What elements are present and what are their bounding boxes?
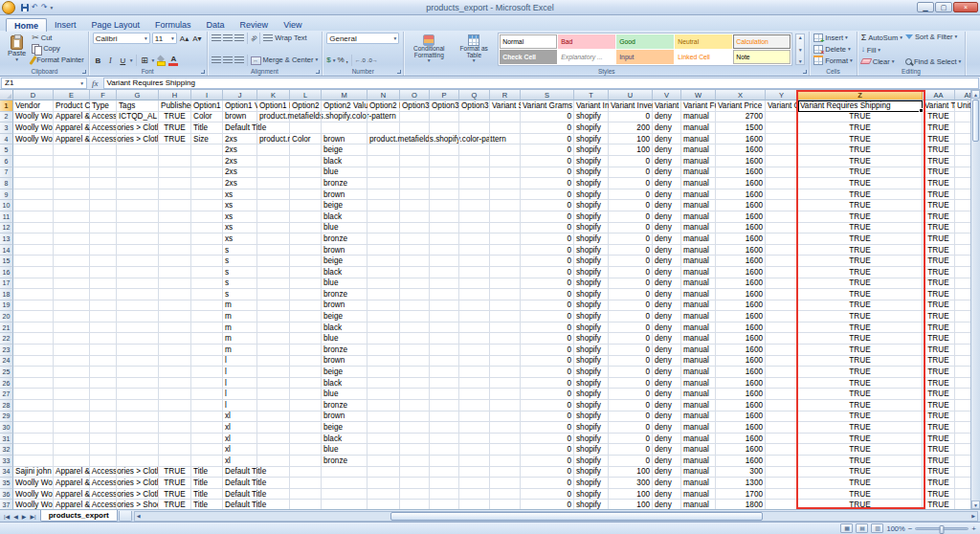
row-header-11[interactable]: 11 xyxy=(0,211,13,223)
cell-V24[interactable]: deny xyxy=(653,356,681,367)
cell-X37[interactable]: 1800 xyxy=(716,500,766,509)
cell-P24[interactable] xyxy=(430,356,459,367)
cell-H30[interactable] xyxy=(159,422,191,434)
cell-AA10[interactable]: TRUE xyxy=(923,200,955,211)
row-header-25[interactable]: 25 xyxy=(0,367,13,378)
percent-style-icon[interactable]: % xyxy=(337,56,344,64)
cell-P30[interactable] xyxy=(430,422,459,434)
cell-K25[interactable] xyxy=(257,367,290,378)
cell-H37[interactable]: TRUE xyxy=(159,500,191,509)
scroll-up-icon[interactable]: ▲ xyxy=(971,90,980,99)
cell-U24[interactable]: 0 xyxy=(609,356,653,367)
cell-F35[interactable] xyxy=(90,478,117,489)
cell-F10[interactable] xyxy=(90,200,117,211)
cell-T16[interactable]: shopify xyxy=(574,267,609,278)
prev-sheet-icon[interactable]: ◀ xyxy=(11,513,20,520)
cell-R28[interactable] xyxy=(490,400,521,412)
cell-X27[interactable]: 1600 xyxy=(716,389,766,400)
cell-Q34[interactable] xyxy=(459,467,490,478)
formula-input[interactable]: Variant Requires Shipping xyxy=(103,78,980,89)
cell-P31[interactable] xyxy=(430,434,459,445)
row-header-27[interactable]: 27 xyxy=(0,389,13,400)
row-header-35[interactable]: 35 xyxy=(0,478,13,489)
cell-H19[interactable] xyxy=(159,300,191,312)
cell-V29[interactable]: deny xyxy=(653,412,681,423)
cell-D28[interactable] xyxy=(13,400,54,412)
cell-S28[interactable]: 0 xyxy=(521,400,574,412)
cell-W26[interactable]: manual xyxy=(681,378,716,389)
cell-W1[interactable]: Variant Fulfillment Service xyxy=(681,100,716,112)
align-center-icon[interactable] xyxy=(223,56,233,64)
cell-D17[interactable] xyxy=(13,278,54,290)
cell-X12[interactable]: 1600 xyxy=(716,223,766,234)
cell-U6[interactable]: 0 xyxy=(609,156,653,167)
cell-R27[interactable] xyxy=(490,389,521,400)
cell-F37[interactable] xyxy=(90,500,117,509)
cell-N13[interactable] xyxy=(368,234,400,245)
cell-S30[interactable]: 0 xyxy=(521,422,574,434)
cell-Q6[interactable] xyxy=(459,156,490,167)
zoom-slider[interactable] xyxy=(915,527,969,530)
cell-N6[interactable] xyxy=(368,156,400,167)
cell-P19[interactable] xyxy=(430,300,459,312)
cell-S5[interactable]: 0 xyxy=(521,145,574,156)
cell-U14[interactable]: 0 xyxy=(609,245,653,256)
cell-V13[interactable]: deny xyxy=(653,234,681,245)
cell-O14[interactable] xyxy=(400,245,430,256)
column-header-O[interactable]: O xyxy=(400,90,430,100)
cell-N24[interactable] xyxy=(368,356,400,367)
cell-H20[interactable] xyxy=(159,311,191,323)
cell-X6[interactable]: 1600 xyxy=(716,156,766,167)
cell-S15[interactable]: 0 xyxy=(521,256,574,267)
cell-E28[interactable] xyxy=(54,400,90,412)
format-cells-button[interactable]: Format▾ xyxy=(813,56,853,65)
cell-R36[interactable] xyxy=(490,489,521,501)
cell-J1[interactable]: Option1 Value xyxy=(223,100,257,112)
cell-S16[interactable]: 0 xyxy=(521,267,574,278)
cell-D19[interactable] xyxy=(13,300,54,312)
cell-Z23[interactable]: TRUE xyxy=(798,345,923,356)
cell-W22[interactable]: manual xyxy=(681,333,716,345)
cell-K13[interactable] xyxy=(257,234,290,245)
cell-H25[interactable] xyxy=(159,367,191,378)
cell-P20[interactable] xyxy=(430,311,459,323)
cell-E34[interactable]: Apparel & Accessories > Clothing xyxy=(54,467,90,478)
cell-Q16[interactable] xyxy=(459,267,490,278)
cell-M1[interactable]: Option2 Value xyxy=(322,100,368,112)
cell-L6[interactable] xyxy=(290,156,322,167)
cell-D29[interactable] xyxy=(13,412,54,423)
cell-O27[interactable] xyxy=(400,389,430,400)
cell-J8[interactable]: 2xs xyxy=(223,178,257,189)
cell-J11[interactable]: xs xyxy=(223,211,257,223)
cell-T18[interactable]: shopify xyxy=(574,289,609,300)
row-header-12[interactable]: 12 xyxy=(0,223,13,234)
cell-AA35[interactable]: TRUE xyxy=(923,478,955,489)
cell-J28[interactable]: l xyxy=(223,400,257,412)
cell-K19[interactable] xyxy=(257,300,290,312)
cell-K9[interactable] xyxy=(257,189,290,201)
cell-M36[interactable] xyxy=(322,489,368,501)
cell-Q33[interactable] xyxy=(459,456,490,467)
cell-S27[interactable]: 0 xyxy=(521,389,574,400)
cell-N17[interactable] xyxy=(368,278,400,290)
cell-N10[interactable] xyxy=(368,200,400,211)
cell-Q9[interactable] xyxy=(459,189,490,201)
cell-V10[interactable]: deny xyxy=(653,200,681,211)
cell-style-input[interactable]: Input xyxy=(616,50,674,64)
cell-F29[interactable] xyxy=(90,412,117,423)
cell-X32[interactable]: 1600 xyxy=(716,444,766,456)
row-header-37[interactable]: 37 xyxy=(0,500,13,509)
alignment-dialog-launcher-icon[interactable] xyxy=(316,70,320,74)
cell-Y33[interactable] xyxy=(766,456,798,467)
cell-AA19[interactable]: TRUE xyxy=(923,300,955,312)
cell-U37[interactable]: 100 xyxy=(609,500,653,509)
cell-I22[interactable] xyxy=(191,333,223,345)
comma-style-icon[interactable]: , xyxy=(346,56,348,64)
cell-U33[interactable]: 0 xyxy=(609,456,653,467)
page-break-view-icon[interactable]: ▥ xyxy=(871,523,883,533)
cell-X16[interactable]: 1600 xyxy=(716,267,766,278)
cell-R21[interactable] xyxy=(490,323,521,334)
cell-I35[interactable]: Title xyxy=(191,478,223,489)
cell-T32[interactable]: shopify xyxy=(574,444,609,456)
cell-T22[interactable]: shopify xyxy=(574,333,609,345)
